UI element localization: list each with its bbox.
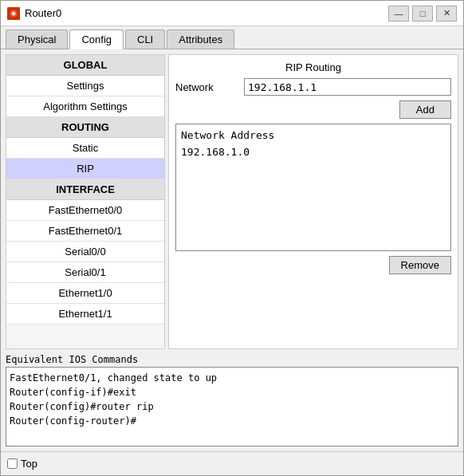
tab-config[interactable]: Config [69,30,124,49]
footer-bar: Top [1,451,463,475]
right-panel: RIP Routing Network Add Network Address … [168,54,458,349]
window-title: Router0 [25,7,388,19]
ios-console[interactable]: FastEthernet0/1, changed state to up Rou… [6,367,458,446]
sidebar-inner: GLOBAL Settings Algorithm Settings ROUTI… [6,55,164,348]
ios-line-2: Router(config-if)#exit [10,385,454,399]
tab-attributes[interactable]: Attributes [167,30,234,49]
close-button[interactable]: ✕ [436,6,457,22]
ios-label: Equivalent IOS Commands [6,354,458,365]
sidebar-item-serial0-1[interactable]: Serial0/1 [6,262,164,283]
rip-network-input[interactable] [244,78,451,96]
sidebar-section-interface: INTERFACE [6,179,164,200]
rip-add-button[interactable]: Add [399,100,451,119]
sidebar-section-global: GLOBAL [6,55,164,76]
ios-line-0: FastEthernet0/1, changed state to up [10,371,454,385]
minimize-button[interactable]: — [388,6,409,22]
sidebar-item-ethernet1-0[interactable]: Ethernet1/0 [6,283,164,304]
app-icon [7,7,20,20]
sidebar: GLOBAL Settings Algorithm Settings ROUTI… [6,54,165,349]
main-window: Router0 — □ ✕ Physical Config CLI Attrib… [0,0,464,476]
ios-line-4: Router(config-router)# [10,414,454,428]
sidebar-item-fastethernet0-1[interactable]: FastEthernet0/1 [6,221,164,242]
tab-physical[interactable]: Physical [6,30,68,49]
sidebar-item-static[interactable]: Static [6,138,164,159]
sidebar-item-settings[interactable]: Settings [6,76,164,96]
rip-table: Network Address 192.168.1.0 [175,124,451,251]
tab-cli[interactable]: CLI [125,30,165,49]
top-checkbox[interactable] [7,458,18,469]
remove-button[interactable]: Remove [389,256,451,274]
rip-network-row: Network [175,78,451,96]
top-checkbox-area: Top [7,458,37,470]
maximize-button[interactable]: □ [412,6,433,22]
sidebar-item-ethernet1-1[interactable]: Ethernet1/1 [6,304,164,325]
svg-point-2 [12,12,15,15]
rip-title: RIP Routing [175,61,451,73]
sidebar-item-serial0-0[interactable]: Serial0/0 [6,242,164,262]
sidebar-item-fastethernet0-0[interactable]: FastEthernet0/0 [6,200,164,221]
ios-line-3: Router(config)#router rip [10,399,454,414]
main-content: GLOBAL Settings Algorithm Settings ROUTI… [1,49,463,354]
rip-table-header: Network Address [181,129,446,141]
window-controls: — □ ✕ [388,6,457,22]
rip-network-label: Network [175,81,239,93]
sidebar-item-algorithm-settings[interactable]: Algorithm Settings [6,96,164,117]
remove-row: Remove [175,256,451,274]
sidebar-section-routing: ROUTING [6,117,164,138]
tab-bar: Physical Config CLI Attributes [1,26,463,49]
title-bar: Router0 — □ ✕ [1,1,463,26]
rip-panel: RIP Routing Network Add Network Address … [168,54,458,349]
rip-table-row-0[interactable]: 192.168.1.0 [181,146,446,158]
bottom-section: Equivalent IOS Commands FastEthernet0/1,… [1,354,463,451]
rip-add-row: Add [175,100,451,119]
top-checkbox-label: Top [21,458,37,470]
sidebar-item-rip[interactable]: RIP [6,159,164,179]
